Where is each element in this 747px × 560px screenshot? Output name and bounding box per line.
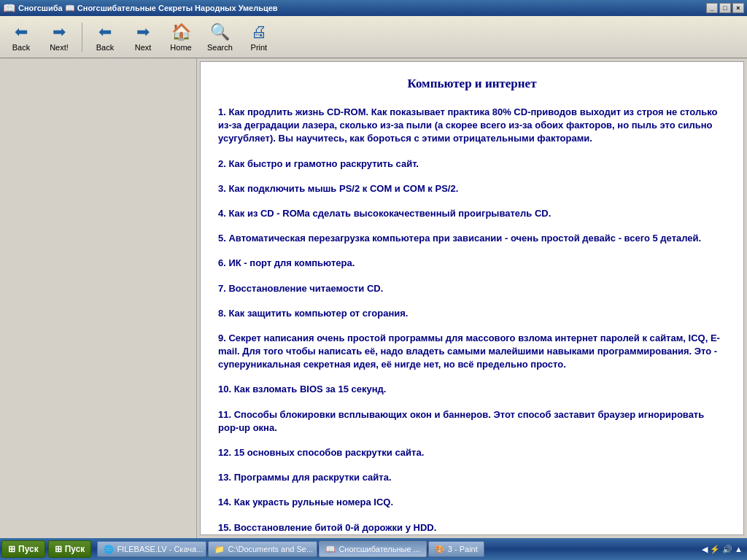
title-bar-buttons: _ □ ×	[706, 3, 744, 13]
start-label-2: Пуск	[65, 544, 85, 554]
taskbar-item-label: 3 - Paint	[448, 545, 478, 553]
windows-logo-1: ⊞	[8, 544, 15, 554]
list-item[interactable]: 5. Автоматическая перезагрузка компьютер…	[218, 232, 726, 245]
list-item[interactable]: 6. ИК - порт для компьютера.	[218, 257, 726, 270]
list-item[interactable]: 12. 15 основных способов раскрутки сайта…	[218, 446, 726, 459]
list-item[interactable]: 8. Как защитить компьютер от сгорания.	[218, 307, 726, 320]
list-item[interactable]: 10. Как взломать BIOS за 15 секунд.	[218, 383, 726, 396]
taskbar-item-icon: 🎨	[435, 545, 445, 554]
taskbar-items: 🌐FILEBASE.LV - Скача...📁C:\Documents and…	[97, 541, 699, 557]
start-button-2[interactable]: ⊞ Пуск	[48, 540, 92, 558]
list-item[interactable]: 4. Как из CD - ROMа сделать высококачест…	[218, 207, 726, 220]
close-button[interactable]: ×	[732, 3, 744, 13]
next-icon-2: ➡	[136, 23, 150, 42]
maximize-button[interactable]: □	[719, 3, 731, 13]
main-area: Компьютер и интернет 1. Как продлить жиз…	[0, 58, 747, 538]
back-icon-2: ⬅	[98, 23, 112, 42]
taskbar-item-icon: 📖	[325, 545, 336, 554]
taskbar-item[interactable]: 📖Сногсшибательные ...	[319, 541, 426, 557]
taskbar: ⊞ Пуск ⊞ Пуск 🌐FILEBASE.LV - Скача...📁C:…	[0, 538, 747, 560]
list-item[interactable]: 1. Как продлить жизнь CD-ROM. Как показы…	[218, 106, 726, 146]
title-bar-icon: 📖	[3, 2, 15, 14]
taskbar-item[interactable]: 🌐FILEBASE.LV - Скача...	[97, 541, 206, 557]
windows-logo-2: ⊞	[55, 544, 62, 554]
back-button-1[interactable]: ⬅ Back	[3, 19, 39, 55]
taskbar-item-icon: 📁	[214, 545, 225, 554]
taskbar-item-icon: 🌐	[104, 545, 114, 554]
list-item[interactable]: 14. Как украсть рульные номера ICQ.	[218, 496, 726, 509]
home-button[interactable]: 🏠 Home	[163, 19, 199, 55]
toolbar: ⬅ Back ➡ Next! ⬅ Back ➡ Next 🏠 Home 🔍 Se…	[0, 16, 747, 58]
title-bar: 📖 Сногсшиба 📖 Сногсшибательные Секреты Н…	[0, 0, 747, 16]
left-panel	[0, 58, 197, 538]
content-panel[interactable]: Компьютер и интернет 1. Как продлить жиз…	[200, 61, 744, 535]
start-button-1[interactable]: ⊞ Пуск	[1, 540, 45, 558]
list-item[interactable]: 3. Как подключить мышь PS/2 к COM и COM …	[218, 182, 726, 195]
print-label: Print	[251, 43, 268, 52]
print-button[interactable]: 🖨 Print	[241, 19, 277, 55]
list-item[interactable]: 13. Программы для раскрутки сайта.	[218, 471, 726, 484]
list-item[interactable]: 2. Как быстро и грамотно раскрутить сайт…	[218, 158, 726, 171]
back-label-1: Back	[12, 43, 30, 52]
next-label-2: Next	[135, 43, 152, 52]
taskbar-item[interactable]: 🎨3 - Paint	[428, 541, 484, 557]
content-title: Компьютер и интернет	[218, 77, 726, 91]
back-label-2: Back	[96, 43, 114, 52]
back-icon-1: ⬅	[15, 23, 28, 42]
system-tray: ◀ ⚡ 🔊 ▲	[702, 545, 743, 554]
taskbar-item-label: FILEBASE.LV - Скача...	[117, 545, 203, 553]
content-items: 1. Как продлить жизнь CD-ROM. Как показы…	[218, 106, 726, 534]
print-icon: 🖨	[251, 23, 267, 42]
back-button-2[interactable]: ⬅ Back	[87, 19, 123, 55]
taskbar-item-label: Сногсшибательные ...	[338, 545, 419, 553]
list-item[interactable]: 15. Восстановление битой 0-й дорожки у H…	[218, 521, 726, 534]
search-button[interactable]: 🔍 Search	[201, 19, 239, 55]
list-item[interactable]: 9. Секрет написания очень простой програ…	[218, 332, 726, 372]
taskbar-right: ◀ ⚡ 🔊 ▲	[699, 545, 746, 554]
start-label-1: Пуск	[18, 544, 39, 554]
toolbar-separator-1	[82, 23, 82, 52]
next-icon-1: ➡	[53, 23, 66, 42]
search-icon: 🔍	[210, 23, 230, 42]
next-button-1[interactable]: ➡ Next!	[41, 19, 77, 55]
title-bar-text: Сногсшиба 📖 Сногсшибательные Секреты Нар…	[18, 4, 706, 13]
next-label-1: Next!	[50, 43, 69, 52]
minimize-button[interactable]: _	[706, 3, 718, 13]
taskbar-item[interactable]: 📁C:\Documents and Se...	[208, 541, 317, 557]
home-label: Home	[170, 43, 191, 52]
search-label: Search	[207, 43, 233, 52]
taskbar-item-label: C:\Documents and Se...	[228, 545, 313, 553]
list-item[interactable]: 7. Восстановление читаемости CD.	[218, 282, 726, 295]
list-item[interactable]: 11. Способы блокировки всплывающих окон …	[218, 408, 726, 435]
home-icon: 🏠	[171, 23, 191, 42]
next-button-2[interactable]: ➡ Next	[125, 19, 161, 55]
